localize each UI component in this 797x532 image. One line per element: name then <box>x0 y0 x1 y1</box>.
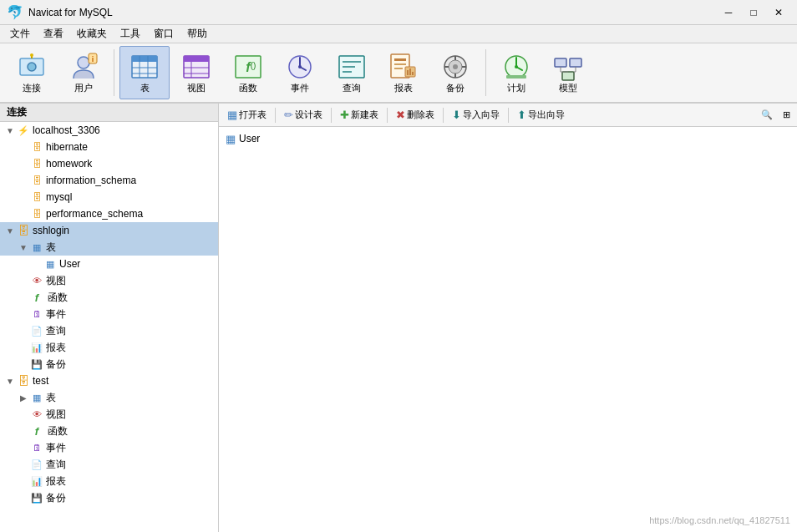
toolbar-event-label: 事件 <box>291 82 309 94</box>
db-icon-homework: 🗄 <box>30 157 43 170</box>
svg-text:(): () <box>251 61 256 70</box>
tree-toggle-test-tables[interactable]: ▶ <box>17 391 30 404</box>
tree-item-localhost[interactable]: ▼ ⚡ localhost_3306 <box>0 122 218 139</box>
design-table-button[interactable]: ✏ 设计表 <box>279 106 327 124</box>
toolbar-query[interactable]: 查询 <box>327 46 377 99</box>
tree-label-test-funcs: 函数 <box>48 424 68 438</box>
tree-item-test-tables[interactable]: ▶ ▦ 表 <box>0 389 218 406</box>
tree-label-test-events: 事件 <box>46 441 66 455</box>
export-wizard-button[interactable]: ⬆ 导出向导 <box>512 106 570 124</box>
menu-file[interactable]: 文件 <box>3 25 37 43</box>
menu-view[interactable]: 查看 <box>37 25 70 43</box>
new-table-icon: ✚ <box>340 109 349 121</box>
menu-window[interactable]: 窗口 <box>147 25 180 43</box>
toolbar-plan[interactable]: 计划 <box>491 46 541 99</box>
svg-point-42 <box>515 65 518 68</box>
tree-item-sshlogin-events[interactable]: ▶ 🗓 事件 <box>0 306 218 322</box>
menu-favorites[interactable]: 收藏夹 <box>70 25 114 43</box>
toolbar-report[interactable]: 报表 <box>378 46 429 99</box>
tree-item-hibernate[interactable]: ▶ 🗄 hibernate <box>0 139 218 155</box>
tree-item-info-schema[interactable]: ▶ 🗄 information_schema <box>0 172 218 189</box>
tree-item-sshlogin-views[interactable]: ▶ 👁 视图 <box>0 272 218 289</box>
import-wizard-button[interactable]: ⬇ 导入向导 <box>447 106 505 124</box>
tree-toggle-test[interactable]: ▼ <box>3 374 17 388</box>
minimize-button[interactable]: ─ <box>717 3 740 22</box>
toolbar-connect[interactable]: 连接 <box>7 46 57 99</box>
maximize-button[interactable]: □ <box>742 3 765 22</box>
tree-item-homework[interactable]: ▶ 🗄 homework <box>0 155 218 172</box>
tree-item-sshlogin-tables[interactable]: ▼ ▦ 表 <box>0 239 218 256</box>
svg-rect-28 <box>394 63 406 65</box>
toolbar-backup[interactable]: 备份 <box>430 46 480 99</box>
close-button[interactable]: ✕ <box>767 3 790 22</box>
tree-label-homework: homework <box>46 158 92 170</box>
tree-item-test-queries[interactable]: ▶ 📄 查询 <box>0 456 218 473</box>
tree-item-sshlogin-reports[interactable]: ▶ 📊 报表 <box>0 339 218 356</box>
tree-toggle-sshlogin-tables[interactable]: ▼ <box>17 241 30 254</box>
grid-button[interactable]: ⊞ <box>779 106 794 124</box>
main-area: 连接 ▼ ⚡ localhost_3306 ▶ 🗄 hibernate ▶ 🗄 … <box>0 104 797 532</box>
menu-tools[interactable]: 工具 <box>114 25 147 43</box>
function-icon: f () <box>233 52 263 82</box>
title-bar: 🐬 Navicat for MySQL ─ □ ✕ <box>0 0 797 25</box>
tree-item-test-backup[interactable]: ▶ 💾 备份 <box>0 489 218 506</box>
table-row-user[interactable]: ▦ User <box>222 130 794 147</box>
design-table-icon: ✏ <box>284 109 293 121</box>
tree-label-perf-schema: performance_schema <box>46 208 143 220</box>
event-icon <box>285 52 315 82</box>
tree-label-sshlogin-user: User <box>59 258 80 270</box>
tree-label-test-backup: 备份 <box>46 491 66 505</box>
svg-rect-32 <box>409 68 411 75</box>
search-button[interactable]: 🔍 <box>758 106 776 124</box>
tree-label-sshlogin-events: 事件 <box>46 307 66 322</box>
tree-item-sshlogin-backup[interactable]: ▶ 💾 备份 <box>0 356 218 372</box>
view-icon-toolbar <box>181 52 211 82</box>
tree-item-perf-schema[interactable]: ▶ 🗄 performance_schema <box>0 205 218 222</box>
func-icon-sshlogin: f <box>30 291 43 304</box>
toolbar-user-label: 用户 <box>74 82 93 94</box>
tree-item-test[interactable]: ▼ 🗄 test <box>0 372 218 389</box>
tree-item-test-reports[interactable]: ▶ 📊 报表 <box>0 473 218 489</box>
toolbar-function[interactable]: f () 函数 <box>223 46 273 99</box>
tree-item-sshlogin[interactable]: ▼ 🗄 sshlogin <box>0 222 218 239</box>
toolbar-user[interactable]: i 用户 <box>58 46 109 99</box>
tree-item-mysql[interactable]: ▶ 🗄 mysql <box>0 189 218 205</box>
toolbar-model[interactable]: 模型 <box>543 46 593 99</box>
menu-help[interactable]: 帮助 <box>180 25 214 43</box>
tree-label-info-schema: information_schema <box>46 175 136 186</box>
view-icon-test: 👁 <box>30 408 43 421</box>
open-table-button[interactable]: ▦ 打开表 <box>222 106 272 124</box>
tree-label-test-reports: 报表 <box>46 474 66 489</box>
content-list: ▦ User <box>219 127 797 532</box>
svg-rect-7 <box>132 56 157 62</box>
svg-point-3 <box>78 57 89 68</box>
import-icon: ⬇ <box>452 109 461 121</box>
grid-icon: ⊞ <box>783 109 790 120</box>
svg-rect-27 <box>394 58 406 61</box>
tree-item-sshlogin-queries[interactable]: ▶ 📄 查询 <box>0 322 218 339</box>
user-icon: i <box>69 52 99 82</box>
tree-label-mysql: mysql <box>46 191 72 203</box>
table-folder-icon-test: ▦ <box>30 391 43 404</box>
tree-toggle-localhost[interactable]: ▼ <box>3 124 17 137</box>
tree-toggle-sshlogin[interactable]: ▼ <box>3 224 17 237</box>
new-table-button[interactable]: ✚ 新建表 <box>335 106 383 124</box>
delete-table-button[interactable]: ✖ 删除表 <box>391 106 439 124</box>
connect-icon <box>17 52 47 82</box>
title-bar-left: 🐬 Navicat for MySQL <box>7 4 113 20</box>
tree-item-test-views[interactable]: ▶ 👁 视图 <box>0 406 218 423</box>
toolbar-event[interactable]: 事件 <box>275 46 325 99</box>
tree-item-sshlogin-user[interactable]: ▶ ▦ User <box>0 256 218 272</box>
tree-label-sshlogin-funcs: 函数 <box>48 291 68 305</box>
report-icon-test: 📊 <box>30 474 43 488</box>
svg-rect-29 <box>394 68 403 69</box>
toolbar-table[interactable]: 表 <box>119 46 170 99</box>
toolbar-function-label: 函数 <box>239 82 257 94</box>
tree-item-sshlogin-funcs[interactable]: ▶ f 函数 <box>0 289 218 306</box>
tree-item-test-events[interactable]: ▶ 🗓 事件 <box>0 439 218 456</box>
tree-item-test-funcs[interactable]: ▶ f 函数 <box>0 423 218 439</box>
toolbar-view[interactable]: 视图 <box>171 46 221 99</box>
svg-point-2 <box>30 53 33 57</box>
table-row-label: User <box>239 133 260 144</box>
ct-sep-4 <box>443 108 444 123</box>
